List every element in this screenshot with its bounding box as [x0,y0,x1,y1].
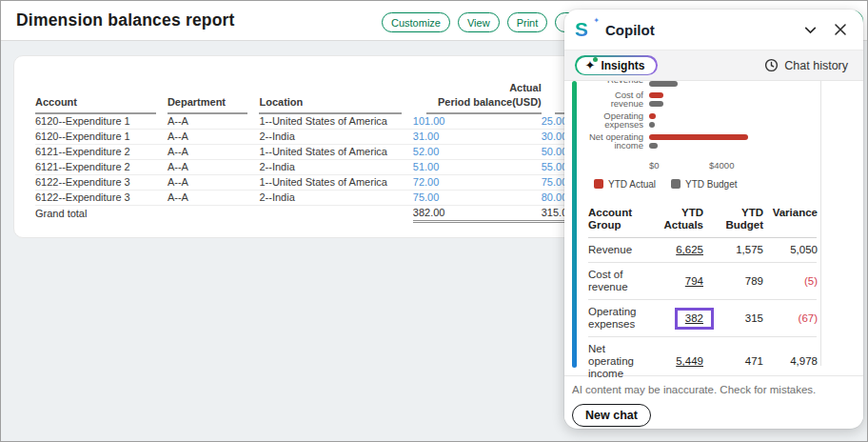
actual-group-header: Actual [413,81,542,94]
budget-bar [649,101,663,107]
scrollbar-track[interactable] [820,81,821,366]
location-column-header: Location [259,94,412,114]
insight-table-header: Account Group YTD Actuals YTD Budget Var… [588,201,817,238]
copilot-title: Copilot [605,22,655,38]
location-cell: 1--United States of America [259,145,412,160]
grand-total-actual: 382.00 [413,206,542,222]
page-title: Dimension balances report [16,10,235,30]
ytd-actual-swatch [594,179,603,189]
balance-link[interactable]: 75.00 [413,191,440,203]
location-cell: 2--India [259,130,412,145]
account-cell: 6121--Expenditure 2 [35,160,168,175]
copilot-panel: S✦ Copilot ✦ Insights [564,10,863,429]
balance-link[interactable]: 101.00 [413,115,445,127]
chat-history-button[interactable]: Chat history [764,58,848,72]
chart-row: Revenue [588,81,817,87]
new-chat-button[interactable]: New chat [572,404,651,427]
ytd-actuals-link[interactable]: 5,449 [676,355,703,367]
ytd-bar-chart: Revenue Cost of revenue Operating expens… [588,81,817,158]
app-screen: Dimension balances report Customize View… [0,0,868,442]
account-cell: 6120--Expenditure 1 [35,114,168,130]
customize-button[interactable]: Customize [382,12,450,32]
insight-table-row: Revenue 6,625 1,575 5,050 [588,238,817,263]
ytd-budget-swatch [671,179,681,189]
chart-row: Net operating income [588,132,817,150]
chart-x-axis: $0 $4000 [649,160,817,171]
print-button[interactable]: Print [507,12,548,32]
view-button[interactable]: View [458,12,500,32]
chevron-down-icon[interactable] [802,22,819,38]
department-cell: A--A [168,114,260,130]
actual-balance-cell: 101.00 [413,114,542,130]
chart-row: Operating expenses [588,111,817,129]
location-cell: 2--India [259,191,412,206]
copilot-header: S✦ Copilot [564,10,863,50]
actual-balance-cell: 51.00 [413,160,542,175]
budget-bar [649,143,658,149]
clock-icon [764,58,779,72]
actual-bar [649,134,748,140]
insight-table-row: Operating expenses 382 315 (67) [588,300,817,337]
chart-row: Cost of revenue [588,90,817,108]
location-cell: 1--United States of America [259,114,412,130]
account-cell: 6120--Expenditure 1 [35,130,168,145]
budget-bar [649,122,655,128]
ytd-actuals-link[interactable]: 6,625 [676,244,703,255]
actual-balance-cell: 52.00 [413,145,542,160]
account-cell: 6122--Expenditure 3 [35,175,168,191]
insight-table-row: Cost of revenue 794 789 (5) [588,263,817,300]
department-cell: A--A [168,191,260,206]
actual-balance-cell: 31.00 [413,130,542,145]
actual-bar [649,113,656,119]
location-cell: 2--India [259,160,412,175]
balance-link[interactable]: 52.00 [413,146,440,157]
sparkle-icon: ✦ [585,59,596,71]
close-icon[interactable] [833,22,848,37]
actual-bar [649,92,663,98]
department-cell: A--A [168,130,260,145]
insight-table: Account Group YTD Actuals YTD Budget Var… [588,201,817,386]
actual-balance-cell: 72.00 [413,175,542,191]
department-cell: A--A [168,175,260,191]
balance-link[interactable]: 72.00 [413,176,440,188]
copilot-subheader: ✦ Insights Chat history [564,50,863,81]
location-cell: 1--United States of America [259,175,412,191]
balance-link[interactable]: 51.00 [413,161,440,172]
ytd-actuals-link[interactable]: 382 [685,312,703,324]
insight-card: Revenue Cost of revenue Operating expens… [564,81,863,375]
budget-bar [649,81,678,87]
account-cell: 6122--Expenditure 3 [35,191,168,206]
sage-copilot-logo-icon: S✦ [575,18,598,41]
toolbar: Customize View Print F [382,12,587,32]
insight-table-row: Net operating income 5,449 471 4,978 [588,337,817,386]
department-cell: A--A [168,160,260,175]
chart-legend: YTD Actual YTD Budget [594,178,817,190]
department-column-header: Department [168,94,260,114]
balance-link[interactable]: 31.00 [413,131,440,142]
account-column-header: Account [35,94,168,114]
actual-balance-cell: 75.00 [413,191,542,206]
insights-button[interactable]: ✦ Insights [575,55,658,75]
ytd-actuals-link[interactable]: 794 [685,275,703,287]
account-cell: 6121--Expenditure 2 [35,145,168,160]
department-cell: A--A [168,145,260,160]
insight-accent-bar [572,81,577,368]
grand-total-label: Grand total [35,206,168,222]
actual-balance-column-header: Period balance(USD) [413,94,542,114]
